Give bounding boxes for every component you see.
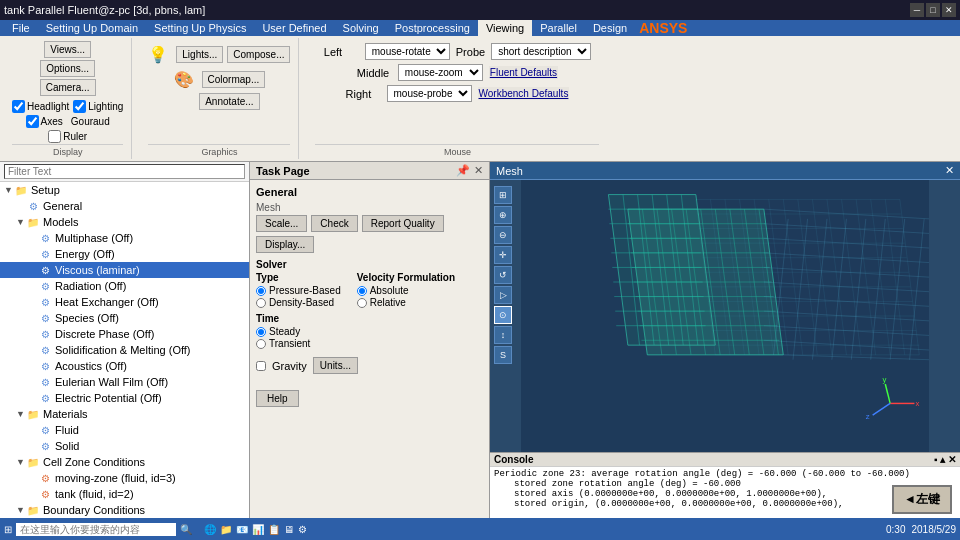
camera-btn[interactable]: Camera... (40, 79, 96, 96)
tree-item-setup[interactable]: ▼ 📁 Setup (0, 182, 249, 198)
headlight-check[interactable]: Headlight (12, 100, 69, 113)
bc-icon: ⚙ (38, 487, 52, 501)
tab-user-defined[interactable]: User Defined (254, 20, 334, 36)
tree-item-viscous[interactable]: ⚙ Viscous (laminar) (0, 262, 249, 278)
colormap-btn[interactable]: Colormap... (202, 71, 266, 88)
scale-btn[interactable]: Scale... (256, 215, 307, 232)
mesh-close-btn[interactable]: ✕ (945, 164, 954, 177)
tab-viewing[interactable]: Viewing (478, 20, 532, 36)
tab-postprocessing[interactable]: Postprocessing (387, 20, 478, 36)
report-quality-btn[interactable]: Report Quality (362, 215, 444, 232)
rotate-btn[interactable]: ↺ (494, 266, 512, 284)
tree-filter-input[interactable] (4, 164, 245, 179)
taskbar-app4[interactable]: ⚙ (298, 524, 307, 535)
tree-item-heat-exchanger[interactable]: ⚙ Heat Exchanger (Off) (0, 294, 249, 310)
select-btn[interactable]: ▷ (494, 286, 512, 304)
steady-radio[interactable]: Steady (256, 326, 483, 337)
taskbar-app1[interactable]: 📊 (252, 524, 264, 535)
pan-btn[interactable]: ✛ (494, 246, 512, 264)
tree-item-cell-zone[interactable]: ▼ 📁 Cell Zone Conditions (0, 454, 249, 470)
tab-design[interactable]: Design (585, 20, 635, 36)
general-title: General (256, 186, 483, 198)
tree-item-solid[interactable]: ⚙ Solid (0, 438, 249, 454)
mesh-canvas[interactable]: x y z (490, 180, 960, 452)
model-icon: ⚙ (38, 263, 52, 277)
probe-label: Probe (456, 46, 485, 58)
taskbar-ie[interactable]: 🌐 (204, 524, 216, 535)
tab-file[interactable]: File (4, 20, 38, 36)
taskbar-folder[interactable]: 📁 (220, 524, 232, 535)
tree-item-solidification[interactable]: ⚙ Solidification & Melting (Off) (0, 342, 249, 358)
mesh-display-btn[interactable]: ⊙ (494, 306, 512, 324)
tree-item-models[interactable]: ▼ 📁 Models (0, 214, 249, 230)
titlebar: tank Parallel Fluent@z-pc [3d, pbns, lam… (0, 0, 960, 20)
tree-filter (0, 162, 249, 182)
bulb-icon: 💡 (148, 45, 168, 64)
zoom-fit-btn[interactable]: ⊞ (494, 186, 512, 204)
tree-item-tank[interactable]: ⚙ tank (fluid, id=2) (0, 486, 249, 502)
tab-setup-domain[interactable]: Setting Up Domain (38, 20, 146, 36)
tree-item-radiation[interactable]: ⚙ Radiation (Off) (0, 278, 249, 294)
tree-item-fluid[interactable]: ⚙ Fluid (0, 422, 249, 438)
task-close-btn[interactable]: ✕ (474, 164, 483, 177)
tree-item-electric[interactable]: ⚙ Electric Potential (Off) (0, 390, 249, 406)
gravity-checkbox[interactable] (256, 361, 266, 371)
model-icon: ⚙ (38, 375, 52, 389)
tab-setup-physics[interactable]: Setting Up Physics (146, 20, 254, 36)
lights-btn[interactable]: Lights... (176, 46, 223, 63)
search-icon: 🔍 (180, 524, 192, 535)
taskbar-mail[interactable]: 📧 (236, 524, 248, 535)
scale-mesh-btn[interactable]: S (494, 346, 512, 364)
tree-item-acoustics[interactable]: ⚙ Acoustics (Off) (0, 358, 249, 374)
fluent-defaults-btn[interactable]: Fluent Defaults (489, 66, 558, 79)
options-btn[interactable]: Options... (40, 60, 95, 77)
right-select[interactable]: mouse-probe mouse-rotate mouse-zoom (387, 85, 472, 102)
task-header: Task Page 📌 ✕ (250, 162, 489, 180)
tree-item-multiphase[interactable]: ⚙ Multiphase (Off) (0, 230, 249, 246)
probe-select[interactable]: short description long description (491, 43, 591, 60)
middle-select[interactable]: mouse-zoom mouse-rotate mouse-probe (398, 64, 483, 81)
pressure-based-radio[interactable]: Pressure-Based (256, 285, 341, 296)
minimize-btn[interactable]: ─ (910, 3, 924, 17)
tab-parallel[interactable]: Parallel (532, 20, 585, 36)
taskbar-app2[interactable]: 📋 (268, 524, 280, 535)
close-btn[interactable]: ✕ (942, 3, 956, 17)
tree-item-eulerian[interactable]: ⚙ Eulerian Wall Film (Off) (0, 374, 249, 390)
maximize-btn[interactable]: □ (926, 3, 940, 17)
reset-btn[interactable]: ↕ (494, 326, 512, 344)
check-btn[interactable]: Check (311, 215, 357, 232)
tree-item-general[interactable]: ⚙ General (0, 198, 249, 214)
annotate-btn[interactable]: Annotate... (199, 93, 259, 110)
lighting-check[interactable]: Lighting (73, 100, 123, 113)
help-btn[interactable]: Help (256, 390, 299, 407)
task-controls: 📌 ✕ (456, 164, 483, 177)
axes-check[interactable]: Axes (26, 115, 63, 128)
model-icon: ⚙ (38, 295, 52, 309)
left-arrow-btn[interactable]: ◄左键 (892, 485, 952, 514)
tab-solving[interactable]: Solving (335, 20, 387, 36)
ruler-check[interactable]: Ruler (48, 130, 87, 143)
tree-item-moving-zone[interactable]: ⚙ moving-zone (fluid, id=3) (0, 470, 249, 486)
workbench-defaults-btn[interactable]: Workbench Defaults (478, 87, 570, 100)
transient-radio[interactable]: Transient (256, 338, 483, 349)
tree-item-materials[interactable]: ▼ 📁 Materials (0, 406, 249, 422)
density-based-radio[interactable]: Density-Based (256, 297, 341, 308)
tree-item-discrete-phase[interactable]: ⚙ Discrete Phase (Off) (0, 326, 249, 342)
absolute-radio[interactable]: Absolute (357, 285, 455, 296)
taskbar-app3[interactable]: 🖥 (284, 524, 294, 535)
tree-item-boundary-conditions[interactable]: ▼ 📁 Boundary Conditions (0, 502, 249, 518)
display-btn[interactable]: Display... (256, 236, 314, 253)
model-icon: ⚙ (38, 247, 52, 261)
date-display: 2018/5/29 (912, 524, 957, 535)
search-input[interactable] (16, 523, 176, 536)
zoom-in-btn[interactable]: ⊕ (494, 206, 512, 224)
left-select[interactable]: mouse-rotate mouse-zoom mouse-probe (365, 43, 450, 60)
relative-radio[interactable]: Relative (357, 297, 455, 308)
tree-item-species[interactable]: ⚙ Species (Off) (0, 310, 249, 326)
units-btn[interactable]: Units... (313, 357, 358, 374)
zoom-out-btn[interactable]: ⊖ (494, 226, 512, 244)
task-pin-btn[interactable]: 📌 (456, 164, 470, 177)
compose-btn[interactable]: Compose... (227, 46, 290, 63)
tree-item-energy[interactable]: ⚙ Energy (Off) (0, 246, 249, 262)
views-btn[interactable]: Views... (44, 41, 91, 58)
